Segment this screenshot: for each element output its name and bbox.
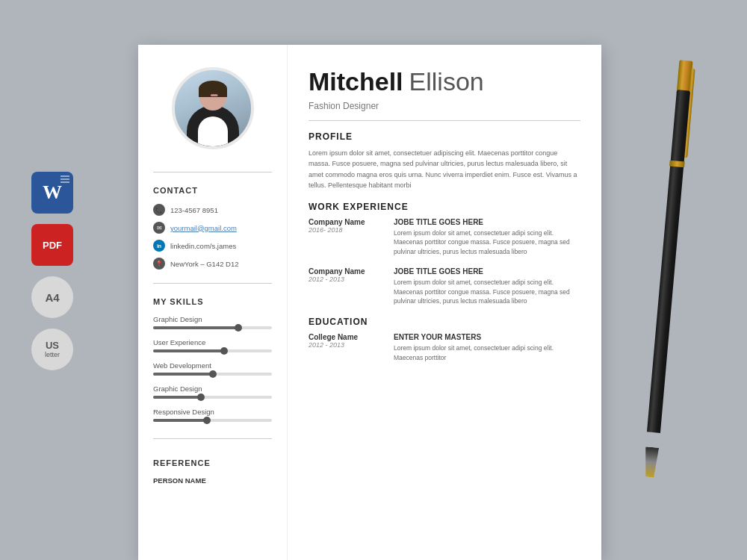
skill-bar-fill-3 [153, 373, 213, 376]
work-entry-2: Company Name 2012 - 2013 JOBE TITLE GOES… [309, 267, 580, 306]
resume-right-column: MitchellEllison Fashion Designer PROFILE… [288, 45, 601, 560]
edu-dates-1: 2012 - 2013 [309, 341, 383, 349]
word-w-label: W [43, 181, 62, 204]
contact-heading: CONTACT [153, 186, 272, 195]
email-text: yourmail@gmail.com [170, 224, 237, 232]
skill-dot-5 [203, 417, 211, 424]
person-shirt [198, 116, 228, 146]
avatar [172, 67, 254, 149]
skill-name-2: User Experience [153, 338, 272, 346]
skill-item-3: Web Development [153, 361, 272, 376]
contact-email: ✉ yourmail@gmail.com [153, 222, 272, 234]
contact-location: 📍 NewYork – G142 D12 [153, 258, 272, 270]
pen-tip [643, 447, 659, 477]
work-experience-section: WORK EXPERIENCE Company Name 2016- 2018 … [309, 202, 580, 307]
resume-left-column: CONTACT 📞 123-4567 8951 ✉ yourmail@gmail… [138, 45, 288, 560]
skill-item-4: Graphic Design [153, 385, 272, 399]
edu-degree-1: ENTER YOUR MASTERS [394, 333, 580, 341]
profile-heading: PROFILE [309, 131, 580, 142]
skill-name-5: Responsive Design [153, 408, 272, 416]
skill-item-5: Responsive Design [153, 408, 272, 422]
work-experience-heading: WORK EXPERIENCE [309, 202, 580, 212]
reference-person-name: PERSON NAME [153, 476, 272, 485]
skill-name-1: Graphic Design [153, 315, 272, 323]
side-icons-panel: W PDF A4 US letter [31, 172, 73, 370]
work-left-1: Company Name 2016- 2018 [309, 218, 383, 257]
skill-bar-bg-5 [153, 419, 272, 422]
name-block: MitchellEllison [309, 67, 580, 96]
reference-section: REFERENCE PERSON NAME [153, 452, 272, 488]
avatar-image [175, 70, 251, 146]
phone-icon: 📞 [153, 204, 165, 216]
skills-heading: MY SKILLS [153, 297, 272, 306]
work-company-1: Company Name [309, 218, 383, 226]
work-title-2: JOBE TITLE GOES HERE [394, 267, 580, 276]
pdf-icon-button[interactable]: PDF [31, 224, 73, 266]
work-right-1: JOBE TITLE GOES HERE Lorem ipsum dolor s… [394, 218, 580, 257]
left-divider-3 [153, 438, 272, 439]
word-icon-button[interactable]: W [31, 172, 73, 214]
education-heading: EDUCATION [309, 317, 580, 327]
us-label: US [46, 340, 59, 351]
person-eye-right [213, 94, 217, 96]
reference-heading: REFERENCE [153, 458, 272, 467]
skill-bar-fill-5 [153, 419, 207, 422]
edu-desc-1: Lorem ipsum dolor sit amet, consectetuer… [394, 343, 580, 363]
a4-label: A4 [45, 291, 59, 304]
location-icon: 📍 [153, 258, 165, 270]
work-desc-1: Lorem ipsum dolor sit amet, consectetuer… [394, 228, 580, 257]
last-name: Ellison [409, 67, 484, 96]
work-left-2: Company Name 2012 - 2013 [309, 267, 383, 306]
edu-college-1: College Name [309, 333, 383, 341]
us-letter-icon-button[interactable]: US letter [31, 329, 73, 370]
profile-text: Lorem ipsum dolor sit amet, consectetuer… [309, 148, 580, 191]
skill-bar-bg-3 [153, 373, 272, 376]
edu-entry-1: College Name 2012 - 2013 ENTER YOUR MAST… [309, 333, 580, 363]
resume-document: CONTACT 📞 123-4567 8951 ✉ yourmail@gmail… [138, 45, 601, 560]
us-sublabel: letter [45, 351, 60, 358]
a4-icon-button[interactable]: A4 [31, 276, 73, 318]
skill-bar-fill-1 [153, 326, 238, 329]
skill-name-4: Graphic Design [153, 385, 272, 393]
contact-linkedin: in linkedin.com/s.james [153, 240, 272, 252]
skill-item-1: Graphic Design [153, 315, 272, 329]
work-dates-1: 2016- 2018 [309, 226, 383, 234]
work-entry-1: Company Name 2016- 2018 JOBE TITLE GOES … [309, 218, 580, 257]
skill-dot-4 [197, 393, 205, 401]
linkedin-icon: in [153, 240, 165, 252]
work-desc-2: Lorem ipsum dolor sit amet, consectetuer… [394, 278, 580, 306]
skill-name-3: Web Development [153, 361, 272, 370]
skill-dot-2 [220, 347, 228, 355]
work-right-2: JOBE TITLE GOES HERE Lorem ipsum dolor s… [394, 267, 580, 306]
work-title-1: JOBE TITLE GOES HERE [394, 218, 580, 226]
skill-bar-fill-2 [153, 349, 224, 352]
left-divider-2 [153, 283, 272, 284]
skill-bar-fill-4 [153, 396, 201, 399]
profile-section: PROFILE Lorem ipsum dolor sit amet, cons… [309, 131, 580, 191]
skill-dot-1 [235, 324, 242, 332]
skill-bar-bg-1 [153, 326, 272, 329]
left-divider-1 [153, 172, 272, 172]
work-company-2: Company Name [309, 267, 383, 276]
education-section: EDUCATION College Name 2012 - 2013 ENTER… [309, 317, 580, 363]
right-top-divider [309, 120, 580, 121]
first-name: Mitchell [309, 67, 403, 96]
work-dates-2: 2012 - 2013 [309, 276, 383, 283]
linkedin-text: linkedin.com/s.james [170, 242, 236, 250]
edu-left-1: College Name 2012 - 2013 [309, 333, 383, 363]
job-title: Fashion Designer [309, 101, 580, 111]
skill-bar-bg-2 [153, 349, 272, 352]
pen-band [669, 161, 685, 168]
edu-right-1: ENTER YOUR MASTERS Lorem ipsum dolor sit… [394, 333, 580, 363]
skill-dot-3 [209, 370, 217, 378]
pdf-label: PDF [43, 240, 62, 251]
contact-section: CONTACT 📞 123-4567 8951 ✉ yourmail@gmail… [153, 180, 272, 276]
skills-section: MY SKILLS Graphic Design User Experience [153, 291, 272, 431]
skill-bar-bg-4 [153, 396, 272, 399]
contact-phone: 📞 123-4567 8951 [153, 204, 272, 216]
email-icon: ✉ [153, 222, 165, 234]
phone-text: 123-4567 8951 [170, 206, 218, 214]
word-lines [61, 175, 69, 183]
location-text: NewYork – G142 D12 [170, 260, 239, 268]
skill-item-2: User Experience [153, 338, 272, 352]
